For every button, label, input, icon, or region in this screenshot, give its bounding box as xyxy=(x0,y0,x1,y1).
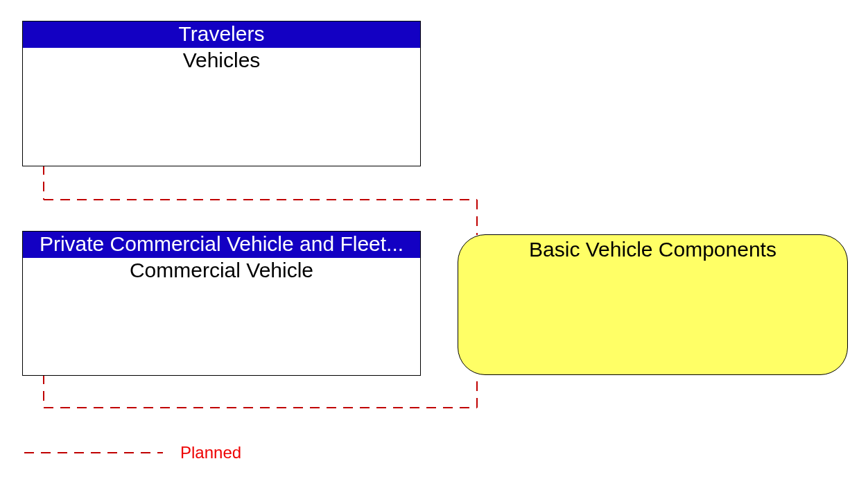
bubble-basic-vehicle-components[interactable]: Basic Vehicle Components xyxy=(458,234,848,375)
entity-travelers[interactable]: Travelers Vehicles xyxy=(22,21,421,166)
entity-commercial-body: Commercial Vehicle xyxy=(23,258,420,283)
entity-commercial[interactable]: Private Commercial Vehicle and Fleet... … xyxy=(22,231,421,376)
entity-travelers-header: Travelers xyxy=(23,21,420,48)
entity-travelers-body: Vehicles xyxy=(23,48,420,73)
bubble-label: Basic Vehicle Components xyxy=(529,238,776,261)
legend-planned-label: Planned xyxy=(180,444,241,461)
diagram-canvas: Travelers Vehicles Private Commercial Ve… xyxy=(0,0,868,477)
entity-commercial-header: Private Commercial Vehicle and Fleet... xyxy=(23,232,420,258)
